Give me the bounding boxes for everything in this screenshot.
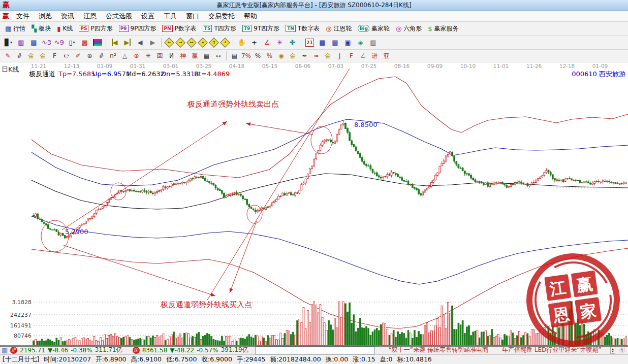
kline-style-dropdown-icon: ▊ [5,39,10,46]
wave-3-button[interactable]: ∿3 [40,37,53,48]
marker-brush-button[interactable]: ✐ [72,51,84,61]
crosshair-tool-button[interactable]: + [248,37,261,48]
gold-ray-button[interactable]: ∠ [357,51,369,61]
info-note-button[interactable]: ▤ [27,37,40,48]
t-square-button[interactable]: TST四方形 [200,23,239,34]
pattern-box-button[interactable]: ▩ [78,37,91,48]
shen-tool-button[interactable]: 神 [177,51,189,61]
first-bar-button[interactable]: ◀ [108,37,121,48]
jin-angle-button[interactable]: 进 [369,51,381,61]
compressed-chart-button[interactable]: ▥ [15,37,27,48]
indicator-dn-value: Dn=5.3318 [161,70,199,78]
menu-item-4[interactable]: 江恩 [79,12,101,21]
menu-item-3[interactable]: 资讯 [56,12,79,21]
gold-angle-button[interactable]: 金 [322,51,334,61]
annotation-arrowhead [223,121,227,125]
hexagon-button[interactable]: ◎六角形 [393,23,425,34]
width-measure-button[interactable]: ↔ [212,51,224,61]
gold-circle-button[interactable]: ◉ [275,51,287,61]
n-square-button[interactable]: n² [107,51,119,61]
star-burst-button-icon: ✳ [145,52,150,59]
fractal-tool-button[interactable]: И [166,51,177,61]
percent-line-button[interactable]: % [264,51,275,61]
market-quotes-button[interactable]: ▦行情 [2,23,28,34]
menu-item-9[interactable]: 交易委托 [204,12,239,21]
candle-type-dropdown[interactable]: ▯▾ [66,37,78,48]
ruler-123-button[interactable]: ▦ [201,51,212,61]
ya-angle-button[interactable]: 亚 [381,51,392,61]
stats-box-button[interactable]: ▤ [229,51,240,61]
gold-divider2-button[interactable]: 金 [37,51,49,61]
calculator-button[interactable]: ▦ [316,37,329,48]
gold-ray-button-icon: ∠ [360,52,366,59]
j-angle-button[interactable]: J [334,51,346,61]
p-square-button[interactable]: PSP四方形 [76,23,115,34]
winner-service-button[interactable]: $赢家服务 [425,23,461,34]
t-number-table-button[interactable]: TNT数字表 [282,23,323,34]
report-button[interactable]: ▤ [329,37,341,48]
square-target-button[interactable]: 回 [154,51,166,61]
kline-button[interactable]: ▮K线 [54,23,76,34]
chart-panel[interactable]: 11-2112-1301-0901-3103-0103-2504-1805-15… [0,62,628,345]
star-burst-button[interactable]: ✳ [142,51,154,61]
angle-ruler-button[interactable]: △ [119,51,131,61]
winner-wheel-button[interactable]: Big赢家轮 [355,23,392,34]
calendar-button[interactable]: 21 [303,37,316,48]
pen-line-button[interactable]: ✒ [299,51,310,61]
gann-grid-button[interactable]: ✳ [273,37,286,48]
menu-item-2[interactable]: 浏览 [34,12,56,21]
net-save-button[interactable]: ◈ [354,37,367,48]
gann-wheel-button[interactable]: ◎江恩轮 [323,23,355,34]
percent-tool-button[interactable]: % [252,51,264,61]
sector-button[interactable]: ▚板块 [28,23,54,34]
menu-item-10[interactable]: 帮助 [239,12,262,21]
menu-item-8[interactable]: 窗口 [181,12,204,21]
stamp-char: 恩 [551,304,571,325]
zoom-reset-diamond-button[interactable]: • [220,38,230,48]
last-bar-button[interactable]: ▶ [121,37,134,48]
pan-right-diamond-button[interactable]: → [175,38,185,48]
zoom-in-diamond-button[interactable]: + [198,38,208,48]
target-circle-button[interactable]: ⊕ [131,51,142,61]
gold-line-button[interactable]: 金 [287,51,299,61]
ying-tool-button[interactable]: 赢 [189,51,201,61]
time-cycle-button[interactable]: ⊕ [84,51,96,61]
volume-axis-label: 242237 [10,312,32,318]
ruler-tool-button[interactable]: # [14,51,25,61]
percent7-tool-button[interactable]: 7% [240,51,252,61]
wave-band-button[interactable]: ≈ [310,51,322,61]
quote-field-9: 换:0.00 [326,355,349,364]
next-bar-button[interactable]: ▶ [146,37,159,48]
p-number-table-button[interactable]: PNP数字表 [159,23,199,34]
angle-measure-button[interactable]: ∠ [261,37,273,48]
p9-square-button[interactable]: P99P四方形 [116,23,160,34]
percent7-tool-button-icon: 7% [241,52,251,59]
save-button[interactable]: ▣ [341,37,354,48]
compressed-chart-button-icon: ▥ [18,39,24,46]
kline-chart[interactable]: 11-2112-1301-0901-3103-0103-2504-1805-15… [0,62,628,348]
smart-analysis-button[interactable]: ✤ [286,37,299,48]
t9-square-button[interactable]: T99T四方形 [239,23,282,34]
zoom-out-diamond-button[interactable]: ↕ [209,38,219,48]
pan-left-diamond-button[interactable]: ← [164,38,174,48]
color-chart-button[interactable] [91,37,104,48]
remote-pc-button[interactable]: ▥ [367,37,380,48]
spiral-tool-button[interactable]: ℮ [60,51,72,61]
p-number-table-button-label: P数字表 [175,24,197,33]
menu-item-1[interactable]: 文件 [12,12,34,21]
kline-style-dropdown[interactable]: ▊▾ [2,37,15,48]
gold-divider-button[interactable]: 金 [25,51,37,61]
menu-item-6[interactable]: 设置 [137,12,159,21]
price-ruler-button[interactable]: # [96,51,107,61]
f-angle-button[interactable]: F [346,51,357,61]
prev-bar-button[interactable]: ◀ [134,37,146,48]
hand-tool-button[interactable]: ✋ [235,37,248,48]
t-number-table-button-icon: TN [286,25,296,32]
wave-9-button[interactable]: ∿9 [53,37,66,48]
fibonacci-tool-button[interactable]: F [49,51,60,61]
menu-item-5[interactable]: 公式选股 [101,12,137,21]
date-tick-label: 12-18 [559,63,575,69]
zoom-horizontal-diamond-button[interactable]: ↔ [186,38,197,48]
brush-tool-button[interactable]: ✎ [2,51,14,61]
menu-item-7[interactable]: 工具 [159,12,181,21]
